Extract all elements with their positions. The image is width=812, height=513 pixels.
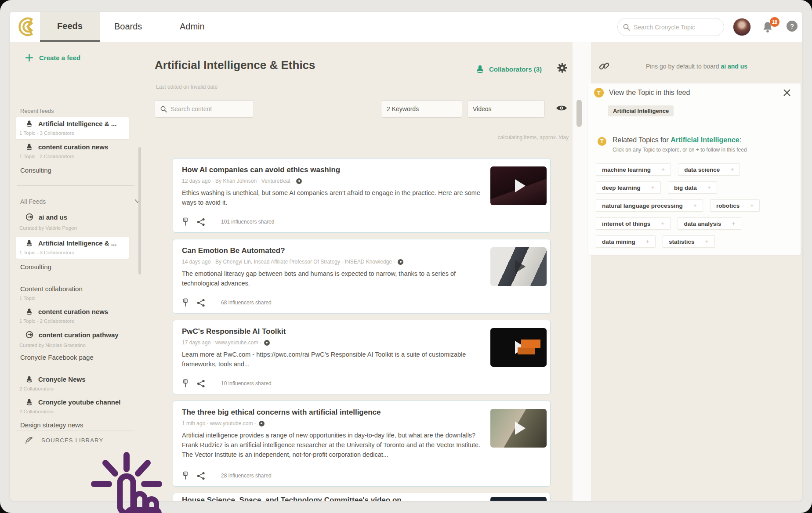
article-title[interactable]: House Science, Space, and Technology Com…	[182, 496, 402, 501]
topic-chip-data-science[interactable]: data science+	[678, 163, 740, 176]
pin-icon[interactable]	[182, 471, 189, 480]
sidebar-item-ai-ethics[interactable]: Artificial Intelligence & ...	[25, 239, 116, 247]
content-type-filter[interactable]: Videos	[467, 100, 545, 118]
tab-boards[interactable]: Boards	[114, 22, 142, 32]
sources-library-button[interactable]: SOURCES LIBRARY	[25, 435, 103, 445]
follow-plus-icon[interactable]: +	[693, 202, 697, 209]
video-thumbnail[interactable]	[490, 166, 547, 205]
last-edited-label: Last edited on Invalid date	[156, 84, 218, 90]
user-avatar[interactable]	[733, 18, 751, 36]
topic-chip-internet-of-things[interactable]: internet of things+	[596, 217, 671, 230]
topic-chip-robotics[interactable]: robotics+	[710, 199, 760, 212]
collaborators-icon	[25, 143, 33, 151]
main-scrollbar-thumb[interactable]	[576, 100, 582, 127]
sidebar-scrollbar[interactable]	[138, 147, 141, 275]
sidebar-item-recent-ai-ethics[interactable]: Artificial Intelligence & ...	[25, 120, 116, 127]
article-meta: 12 days ago · By Khari Johnson · Venture…	[182, 178, 294, 184]
follow-plus-icon[interactable]: +	[646, 238, 649, 245]
close-icon[interactable]	[783, 89, 791, 97]
article-title[interactable]: Can Emotion Be Automated?	[182, 246, 285, 255]
follow-plus-icon[interactable]: +	[730, 166, 734, 173]
follow-plus-icon[interactable]: +	[705, 238, 708, 245]
tab-admin[interactable]: Admin	[180, 22, 205, 32]
share-icon[interactable]	[197, 299, 205, 307]
feed-label: Consulting	[20, 166, 51, 174]
related-topic-link[interactable]: Artificial Intelligence	[671, 136, 739, 144]
tab-feeds[interactable]: Feeds	[40, 12, 100, 42]
sidebar-item-design-strategy-news[interactable]: Design strategy news	[20, 421, 83, 429]
sidebar-item-recent-content-curation-news[interactable]: content curation news	[25, 143, 108, 151]
article-title[interactable]: PwC's Responsible AI Toolkit	[182, 327, 286, 336]
video-thumbnail[interactable]	[490, 497, 547, 501]
topic-chip-statistics[interactable]: statistics+	[663, 235, 715, 248]
collaborators-icon	[25, 120, 33, 127]
chip-label: deep learning	[602, 184, 641, 191]
topic-chip-data-mining[interactable]: data mining+	[596, 235, 656, 248]
follow-plus-icon[interactable]: +	[661, 166, 665, 173]
sidebar-item-content-collaboration[interactable]: Content collaboration	[20, 285, 83, 293]
sidebar-item-content-curation-pathway[interactable]: content curation pathway	[25, 331, 119, 339]
article-card[interactable]: PwC's Responsible AI Toolkit 17 days ago…	[173, 320, 551, 394]
article-card[interactable]: The three big ethical concerns with arti…	[173, 401, 551, 487]
feed-sub: 1 Topic - 3 Collaborators	[19, 130, 74, 136]
content-search[interactable]	[155, 100, 254, 118]
notifications-button[interactable]: 18	[762, 21, 777, 36]
collaborators-button[interactable]: Collaborators (3)	[475, 65, 542, 74]
cronycle-logo[interactable]	[13, 13, 41, 41]
article-card[interactable]: How AI companies can avoid ethics washin…	[173, 158, 551, 233]
share-icon[interactable]	[197, 379, 205, 388]
content-search-input[interactable]	[170, 105, 245, 112]
keywords-filter-value: 2 Keywords	[387, 105, 419, 112]
sidebar-item-recent-consulting[interactable]: Consulting	[20, 166, 51, 174]
follow-plus-icon[interactable]: +	[661, 220, 664, 227]
chip-label: statistics	[669, 238, 695, 245]
pin-icon[interactable]	[182, 217, 189, 226]
pins-board-link[interactable]: ai and us	[721, 63, 747, 70]
article-title[interactable]: How AI companies can avoid ethics washin…	[182, 166, 340, 174]
feed-settings-gear-icon[interactable]	[556, 62, 568, 74]
share-icon[interactable]	[197, 472, 205, 480]
video-thumbnail[interactable]	[490, 328, 547, 367]
topic-icon-glyph: T	[597, 90, 601, 96]
sidebar-item-content-curation-news[interactable]: content curation news	[25, 308, 108, 315]
topic-chip-machine-learning[interactable]: machine learning+	[596, 163, 671, 176]
topic-chip-deep-learning[interactable]: deep learning+	[596, 181, 661, 194]
follow-plus-icon[interactable]: +	[651, 184, 655, 191]
feed-sub: 2 Collaborators	[19, 409, 54, 414]
influencer-icon[interactable]	[296, 178, 302, 184]
sidebar-item-cronycle-youtube-channel[interactable]: Cronycle youtube channel	[25, 398, 121, 406]
create-feed-button[interactable]: Create a feed	[25, 54, 80, 61]
topic-search[interactable]	[617, 18, 724, 36]
topic-chip-data-analysis[interactable]: data analysis+	[678, 217, 741, 230]
chip-label: machine learning	[602, 166, 651, 173]
preview-eye-icon[interactable]	[556, 104, 567, 112]
video-thumbnail[interactable]	[490, 247, 547, 286]
influencer-icon[interactable]	[398, 259, 403, 265]
chip-label: natural language processing	[602, 202, 683, 209]
pin-icon[interactable]	[182, 379, 189, 388]
feed-label: Cronycle youtube channel	[38, 398, 121, 406]
follow-plus-icon[interactable]: +	[707, 184, 711, 191]
article-card[interactable]: House Science, Space, and Technology Com…	[173, 493, 551, 501]
chip-label: big data	[674, 184, 697, 191]
follow-plus-icon[interactable]: +	[732, 220, 735, 227]
pin-icon[interactable]	[182, 298, 189, 307]
influencer-icon[interactable]	[264, 340, 270, 346]
sidebar-item-ai-and-us[interactable]: ai and us	[25, 213, 67, 221]
help-button[interactable]: ?	[787, 21, 798, 32]
feed-sub: 1 Topic	[19, 296, 35, 301]
video-thumbnail[interactable]	[490, 409, 547, 448]
topic-chip-natural-language-processing[interactable]: natural language processing+	[596, 199, 703, 212]
keywords-filter[interactable]: 2 Keywords	[381, 100, 462, 118]
topic-chip-big-data[interactable]: big data+	[668, 181, 717, 194]
follow-plus-icon[interactable]: +	[750, 202, 754, 209]
topic-search-input[interactable]	[634, 24, 713, 31]
article-title[interactable]: The three big ethical concerns with arti…	[182, 408, 381, 417]
sidebar-item-cronycle-facebook-page[interactable]: Cronycle Facebook page	[20, 354, 94, 361]
sidebar-item-consulting[interactable]: Consulting	[20, 263, 51, 271]
influencer-icon[interactable]	[259, 421, 265, 426]
topic-tag[interactable]: Artificial Intelligence	[608, 105, 674, 116]
share-icon[interactable]	[197, 218, 205, 226]
sidebar-item-cronycle-news[interactable]: Cronycle News	[25, 376, 86, 383]
article-card[interactable]: Can Emotion Be Automated? 14 days ago · …	[173, 239, 551, 314]
